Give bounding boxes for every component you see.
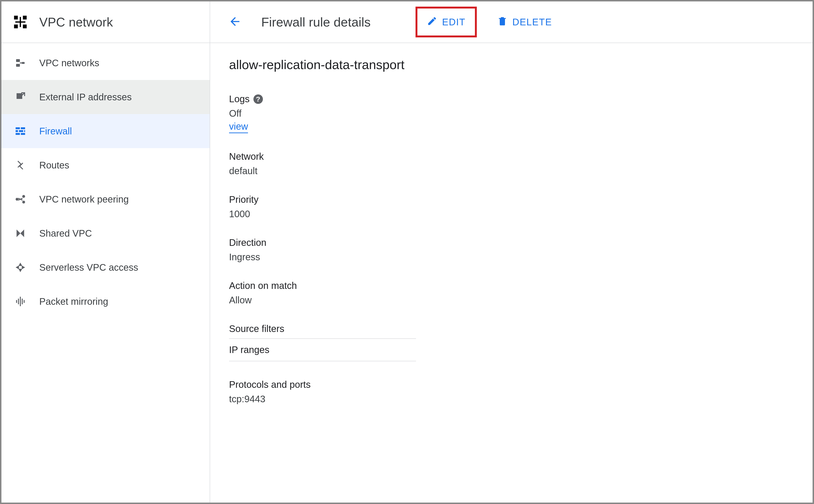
sidebar-item-label: Firewall — [39, 126, 72, 137]
sidebar-header: VPC network — [1, 1, 210, 43]
vpc-networks-icon — [11, 57, 30, 69]
svg-rect-14 — [24, 130, 25, 132]
sidebar-item-label: VPC network peering — [39, 194, 129, 205]
sidebar-item-peering[interactable]: VPC network peering — [1, 182, 210, 216]
edit-button[interactable]: EDIT — [416, 7, 477, 37]
svg-point-19 — [22, 201, 25, 203]
field-direction: Direction Ingress — [229, 237, 794, 262]
pencil-icon — [427, 16, 442, 28]
svg-point-17 — [16, 198, 18, 201]
external-ip-icon — [11, 91, 30, 103]
peering-icon — [11, 194, 30, 205]
sidebar-item-mirroring[interactable]: Packet mirroring — [1, 284, 210, 318]
svg-rect-16 — [21, 133, 25, 135]
action-value: Allow — [229, 295, 794, 305]
ip-ranges-row: IP ranges — [229, 339, 416, 361]
protocols-value: tcp:9443 — [229, 394, 794, 404]
svg-rect-8 — [22, 62, 25, 64]
sidebar-item-label: Shared VPC — [39, 228, 92, 239]
delete-label: DELETE — [512, 17, 552, 27]
main: Firewall rule details EDIT DELETE allow-… — [210, 1, 813, 503]
sidebar-item-firewall[interactable]: Firewall — [1, 114, 210, 148]
logs-value: Off — [229, 108, 794, 119]
direction-label: Direction — [229, 237, 266, 248]
svg-rect-15 — [16, 133, 20, 135]
back-arrow-icon — [228, 15, 242, 29]
svg-rect-6 — [16, 59, 20, 62]
sidebar-item-serverless[interactable]: Serverless VPC access — [1, 250, 210, 284]
direction-value: Ingress — [229, 252, 794, 262]
field-network: Network default — [229, 151, 794, 176]
network-label: Network — [229, 151, 264, 162]
sidebar-item-label: Packet mirroring — [39, 296, 108, 307]
field-logs: Logs ? Off view — [229, 94, 794, 133]
svg-rect-5 — [20, 17, 21, 27]
svg-rect-3 — [23, 25, 27, 28]
svg-rect-11 — [21, 127, 25, 129]
field-priority: Priority 1000 — [229, 194, 794, 219]
svg-rect-23 — [18, 299, 19, 304]
svg-rect-13 — [19, 130, 23, 132]
network-value: default — [229, 166, 794, 176]
sidebar-nav: VPC networks External IP addresses Firew… — [1, 43, 210, 318]
firewall-icon — [11, 125, 30, 137]
svg-rect-25 — [16, 300, 17, 303]
sidebar-item-label: VPC networks — [39, 58, 99, 68]
svg-rect-10 — [16, 127, 20, 129]
sidebar-item-label: External IP addresses — [39, 92, 132, 102]
sidebar-item-vpc-networks[interactable]: VPC networks — [1, 46, 210, 80]
page-title: Firewall rule details — [261, 15, 371, 29]
svg-rect-7 — [16, 64, 20, 67]
svg-rect-22 — [20, 297, 21, 306]
edit-label: EDIT — [442, 17, 465, 27]
logs-label: Logs — [229, 94, 250, 104]
sidebar-item-shared-vpc[interactable]: Shared VPC — [1, 216, 210, 250]
routes-icon — [11, 159, 30, 171]
mirroring-icon — [11, 296, 30, 307]
field-protocols: Protocols and ports tcp:9443 — [229, 379, 794, 404]
sidebar: VPC network VPC networks External IP add… — [1, 1, 210, 503]
source-filters-heading: Source filters — [229, 323, 416, 339]
field-action: Action on match Allow — [229, 280, 794, 305]
shared-vpc-icon — [11, 228, 30, 239]
rule-name: allow-replication-data-transport — [229, 57, 794, 72]
sidebar-item-label: Serverless VPC access — [39, 262, 138, 273]
svg-rect-12 — [16, 130, 18, 132]
content: allow-replication-data-transport Logs ? … — [210, 43, 813, 420]
svg-rect-1 — [23, 16, 27, 19]
action-label: Action on match — [229, 280, 297, 291]
svg-rect-2 — [14, 25, 18, 28]
priority-value: 1000 — [229, 209, 794, 219]
serverless-icon — [11, 262, 30, 273]
back-button[interactable] — [222, 9, 248, 35]
trash-icon — [497, 16, 512, 28]
logs-view-link[interactable]: view — [229, 120, 248, 133]
sidebar-item-label: Routes — [39, 160, 69, 171]
vpc-network-product-icon — [11, 14, 30, 30]
sidebar-title: VPC network — [39, 15, 113, 29]
svg-rect-24 — [22, 299, 23, 304]
svg-rect-0 — [14, 16, 18, 19]
svg-rect-9 — [20, 62, 22, 63]
protocols-label: Protocols and ports — [229, 379, 311, 390]
help-icon[interactable]: ? — [253, 94, 263, 104]
sidebar-item-external-ip[interactable]: External IP addresses — [1, 80, 210, 114]
sidebar-item-routes[interactable]: Routes — [1, 148, 210, 182]
delete-button[interactable]: DELETE — [489, 10, 560, 34]
priority-label: Priority — [229, 194, 258, 205]
svg-rect-26 — [24, 300, 25, 303]
svg-point-18 — [22, 195, 25, 198]
toolbar: Firewall rule details EDIT DELETE — [210, 1, 813, 43]
